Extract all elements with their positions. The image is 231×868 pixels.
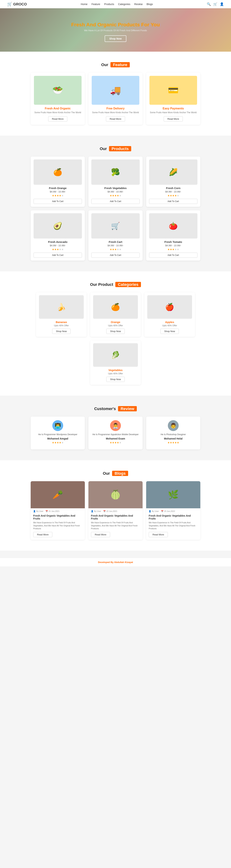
- product-card-2: 🌽 Fresh Corn $4.99/ - 10.99/- ★★★★★ Add …: [146, 157, 200, 207]
- hero-subtitle: We Have A Lot Of Products Of All Fresh A…: [71, 29, 160, 32]
- review-cards-grid: 👨‍💻 He Is Programmer Wordpress Developer…: [16, 416, 215, 450]
- cart-icon[interactable]: 🛒: [213, 2, 217, 6]
- add-to-cart-button-3[interactable]: Add To Cart: [34, 253, 82, 258]
- product-name-3: Fresh Avocado: [34, 240, 82, 243]
- search-icon[interactable]: 🔍: [207, 2, 211, 6]
- reviewer-name-0: Mohamed Amgad: [34, 437, 81, 440]
- categories-section: Our Product Categories 🍌 Bananas Upto 40…: [0, 271, 231, 396]
- products-title: Our Products: [0, 147, 231, 151]
- blogs-section: Our Blogs 🥕 👤 By User 📅 21 Jun,2021 Fres…: [0, 460, 231, 551]
- category-image-2: 🍎: [147, 295, 192, 319]
- blog-body-2: Fresh And Organic Vegetables And Fruits …: [146, 513, 200, 540]
- product-price-3: $4.99/ - 10.99/-: [34, 244, 82, 247]
- product-card-1: 🥦 Fresh Vegetables $4.99/ - 10.99/- ★★★★…: [89, 157, 142, 207]
- reviewer-avatar-1: 👨‍💼: [110, 420, 121, 431]
- add-to-cart-button-5[interactable]: Add To Cart: [149, 253, 197, 258]
- category-image-3: 🥬: [93, 343, 138, 367]
- product-stars-4: ★★★★★: [91, 248, 140, 251]
- reviewer-stars-1: ★★★★★: [92, 441, 139, 444]
- reviewer-avatar-2: 👨: [168, 420, 179, 431]
- blog-card-0: 🥕 👤 By User 📅 21 Jun,2021 Fresh And Orga…: [31, 481, 85, 540]
- review-card-1: 👨‍💼 He Is Programmer Appaliction Mobile …: [89, 416, 142, 450]
- product-name-2: Fresh Corn: [149, 187, 197, 190]
- feature-title: Our Feature: [0, 62, 231, 67]
- product-price-4: $4.99/ - 10.99/-: [91, 244, 140, 247]
- feature-image-2: 💳: [150, 76, 197, 105]
- product-name-1: Fresh Vegetables: [91, 187, 140, 190]
- shop-now-button-2[interactable]: Shop Now: [160, 329, 179, 334]
- feature-card-desc-0: Some Fruits Have More Kinds Anchor The W…: [34, 111, 81, 114]
- hero-section: Fresh And Organic Products For You We Ha…: [0, 8, 231, 52]
- shop-now-button-1[interactable]: Shop Now: [106, 329, 125, 334]
- product-stars-3: ★★★★★: [34, 248, 82, 251]
- category-image-1: 🍊: [93, 295, 138, 319]
- product-price-0: $4.99/ - 10.99/-: [34, 190, 82, 193]
- user-icon[interactable]: 👤: [220, 2, 224, 6]
- product-card-3: 🥑 Fresh Avocado $4.99/ - 10.99/- ★★★★★ A…: [31, 210, 85, 260]
- product-card-0: 🍊 Fresh Orange $4.99/ - 10.99/- ★★★★★ Ad…: [31, 157, 85, 207]
- blog-card-2: 🌿 👤 By User 📅 23 Jun,2022 Fresh And Orga…: [146, 481, 200, 540]
- product-card-4: 🛒 Fresh Cart $4.99/ - 10.99/- ★★★★★ Add …: [89, 210, 142, 260]
- category-name-1: Orange: [93, 320, 138, 323]
- product-name-4: Fresh Cart: [91, 240, 140, 243]
- category-name-0: Bananas: [39, 320, 84, 323]
- reviews-title: Customer's Review: [0, 406, 231, 411]
- nav-link-blogs[interactable]: Blogs: [146, 3, 153, 6]
- reviewer-name-2: Mohamed Helal: [150, 437, 197, 440]
- blog-meta-1: 👤 By User 📅 22 Jun,2021: [89, 508, 142, 513]
- feature-card-title-1: Free Delivery: [92, 107, 139, 110]
- hero-title-highlight: Organic: [97, 22, 117, 27]
- add-to-cart-button-1[interactable]: Add To Cart: [91, 199, 140, 204]
- product-image-1: 🥦: [91, 159, 140, 185]
- blog-date-2: 📅 23 Jun,2022: [161, 510, 175, 513]
- reviewer-avatar-0: 👨‍💻: [52, 420, 63, 431]
- reviewer-stars-2: ★★★★★: [150, 441, 197, 444]
- shop-now-button-0[interactable]: Shop Now: [52, 329, 71, 334]
- review-card-0: 👨‍💻 He Is Programmer Wordpress Developer…: [31, 416, 85, 450]
- products-section: Our Products 🍊 Fresh Orange $4.99/ - 10.…: [0, 135, 231, 271]
- shop-now-button-3[interactable]: Shop Now: [106, 377, 125, 382]
- blog-author-1: 👤 By User: [91, 510, 101, 513]
- reviewer-role-1: He Is Programmer Appaliction Mobile Deve…: [92, 433, 139, 436]
- product-cards-grid: 🍊 Fresh Orange $4.99/ - 10.99/- ★★★★★ Ad…: [16, 157, 215, 260]
- blog-date-1: 📅 22 Jun,2021: [103, 510, 117, 513]
- reviewer-name-1: Mohamed Esam: [92, 437, 139, 440]
- blog-read-more-button-2[interactable]: Read More: [149, 532, 168, 537]
- nav-link-feature[interactable]: Feature: [92, 3, 100, 6]
- product-name-0: Fresh Orange: [34, 187, 82, 190]
- nav-link-categories[interactable]: Categories: [118, 3, 130, 6]
- feature-image-0: 🥗: [34, 76, 81, 105]
- feature-card-0: 🥗 Fresh And Organic Some Fruits Have Mor…: [31, 72, 85, 125]
- category-offer-0: Upto 40% Offer: [39, 324, 84, 327]
- blog-desc-0: We Have Experience In The Field Of Fruit…: [33, 521, 82, 530]
- feature-read-more-button-1[interactable]: Read More: [106, 116, 125, 122]
- footer-text-prefix: Developed By: [98, 561, 114, 563]
- nav-link-home[interactable]: Home: [81, 3, 88, 6]
- hero-title: Fresh And Organic Products For You: [71, 22, 160, 28]
- blog-cards-grid: 🥕 👤 By User 📅 21 Jun,2021 Fresh And Orga…: [16, 481, 215, 540]
- category-cards-grid: 🍌 Bananas Upto 40% Offer Shop Now 🍊 Oran…: [16, 292, 215, 385]
- add-to-cart-button-2[interactable]: Add To Cart: [149, 199, 197, 204]
- feature-card-1: 🚚 Free Delivery Some Fruits Have More Ki…: [89, 72, 142, 125]
- blog-read-more-button-0[interactable]: Read More: [33, 532, 52, 537]
- categories-title: Our Product Categories: [0, 282, 231, 287]
- feature-cards-grid: 🥗 Fresh And Organic Some Fruits Have Mor…: [16, 72, 215, 125]
- feature-read-more-button-0[interactable]: Read More: [48, 116, 67, 122]
- product-card-5: 🍅 Fresh Tomato $4.99/ - 10.99/- ★★★★★ Ad…: [146, 210, 200, 260]
- nav-icons: 🔍 🛒 👤: [207, 2, 224, 6]
- category-name-3: Vegetables: [93, 369, 138, 372]
- blog-meta-2: 👤 By User 📅 23 Jun,2022: [146, 508, 200, 513]
- reviewer-role-2: He Is Photoshop Desginer: [150, 433, 197, 436]
- nav-link-products[interactable]: Products: [104, 3, 114, 6]
- feature-section: Our Feature 🥗 Fresh And Organic Some Fru…: [0, 52, 231, 135]
- blog-author-0: 👤 By User: [33, 510, 43, 513]
- footer-author: Abdullah Kizayat: [114, 561, 133, 563]
- product-stars-1: ★★★★★: [91, 194, 140, 197]
- blog-read-more-button-1[interactable]: Read More: [91, 532, 110, 537]
- add-to-cart-button-0[interactable]: Add To Cart: [34, 199, 82, 204]
- feature-read-more-button-2[interactable]: Read More: [164, 116, 183, 122]
- add-to-cart-button-4[interactable]: Add To Cart: [91, 253, 140, 258]
- product-stars-2: ★★★★★: [149, 194, 197, 197]
- hero-cta-button[interactable]: Shop Now: [105, 35, 126, 42]
- nav-link-review[interactable]: Review: [134, 3, 142, 6]
